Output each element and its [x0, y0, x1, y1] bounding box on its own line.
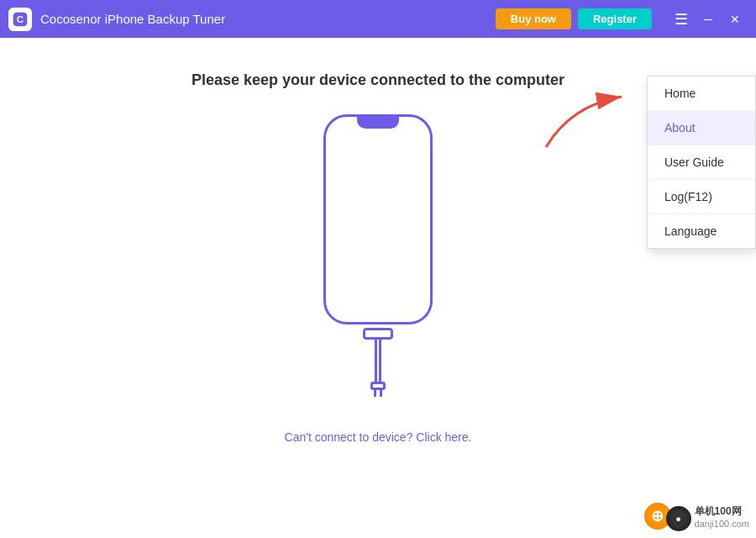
iphone-illustration	[323, 114, 433, 397]
menu-item-home[interactable]: Home	[648, 76, 755, 111]
dropdown-menu: Home About User Guide Log(F12) Language	[647, 76, 756, 249]
app-title: Cocosenor iPhone Backup Tuner	[40, 12, 496, 26]
menu-item-log[interactable]: Log(F12)	[648, 180, 755, 214]
arrow-indicator	[538, 88, 638, 159]
svg-text:C: C	[17, 13, 24, 24]
watermark: ⊕ ● 单机100网 danji100.com	[643, 501, 749, 531]
close-button[interactable]: ✕	[722, 7, 748, 32]
window-controls: ☰ ─ ✕	[669, 7, 748, 32]
main-content: Please keep your device connected to the…	[0, 38, 756, 538]
cant-connect-link[interactable]: Can't connect to device? Click here.	[285, 430, 472, 444]
cable-line	[375, 340, 381, 382]
hamburger-menu-button[interactable]: ☰	[669, 7, 694, 32]
buy-now-button[interactable]: Buy now	[496, 8, 571, 29]
watermark-badge: ●	[666, 506, 691, 531]
cable-connector	[363, 328, 393, 340]
menu-item-language[interactable]: Language	[648, 214, 755, 248]
cable-plug-tip	[374, 390, 382, 397]
watermark-text: 单机100网 danji100.com	[695, 504, 749, 529]
titlebar-buttons: Buy now Register ☰ ─ ✕	[496, 7, 748, 32]
main-title: Please keep your device connected to the…	[192, 71, 564, 89]
menu-item-user-guide[interactable]: User Guide	[648, 145, 755, 180]
menu-item-about[interactable]: About	[648, 111, 755, 145]
iphone-cable	[363, 324, 393, 397]
register-button[interactable]: Register	[578, 8, 652, 29]
iphone-body	[323, 114, 433, 324]
iphone-notch	[357, 117, 399, 129]
app-logo: C	[8, 8, 32, 31]
cable-plug	[370, 382, 386, 390]
minimize-button[interactable]: ─	[696, 7, 721, 32]
titlebar: C Cocosenor iPhone Backup Tuner Buy now …	[0, 0, 756, 38]
